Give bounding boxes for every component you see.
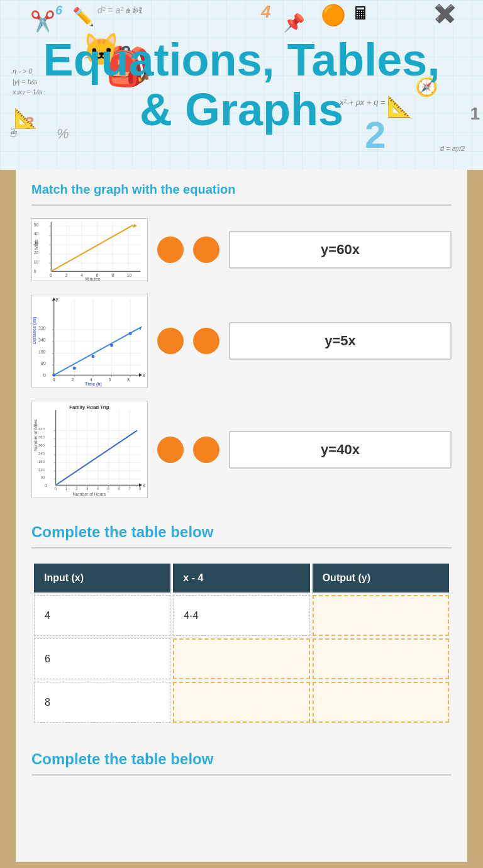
equation-box-1[interactable]: y=60x: [229, 231, 452, 269]
svg-text:40: 40: [34, 231, 39, 236]
svg-text:Number of Miles: Number of Miles: [33, 419, 38, 451]
match-row-1: 0 10 20 30 40 50 0 2 4 6: [31, 218, 452, 281]
td-expr-1: 4-4: [173, 595, 309, 636]
deco-1-right: 1: [470, 104, 480, 124]
deco-cross: ✖️: [434, 3, 456, 24]
deco-a1: a > 1: [126, 6, 143, 15]
svg-text:360: 360: [38, 435, 45, 439]
graph-distance-time: Distance (mi) Time (h) 0 80 160 240 320 …: [31, 294, 148, 388]
graph-svg-2: Distance (mi) Time (h) 0 80 160 240 320 …: [32, 294, 147, 387]
svg-point-65: [91, 355, 94, 358]
svg-text:y: y: [56, 296, 58, 302]
th-input: Input (x): [34, 564, 170, 593]
svg-text:10: 10: [34, 260, 39, 264]
svg-text:4: 4: [90, 377, 92, 382]
svg-text:x: x: [143, 372, 145, 378]
deco-scissors: ✂️: [30, 9, 55, 33]
svg-text:240: 240: [38, 452, 45, 455]
svg-text:240: 240: [38, 338, 46, 342]
svg-text:420: 420: [38, 427, 45, 431]
table-section-title: Complete the table below: [31, 523, 452, 541]
table-row-1: 4 4-4: [34, 595, 449, 636]
svg-text:0: 0: [43, 373, 46, 377]
equation-box-2[interactable]: y=5x: [229, 322, 452, 360]
svg-text:5: 5: [108, 487, 110, 491]
graph-miles-minutes: 0 10 20 30 40 50 0 2 4 6: [31, 218, 148, 281]
svg-text:x: x: [143, 483, 145, 487]
equation-box-3[interactable]: y=40x: [229, 431, 452, 469]
deco-pencil: ✏️: [72, 6, 94, 27]
deco-6: 6: [55, 3, 62, 18]
match-section: Match the graph with the equation 0 10 2…: [31, 182, 452, 498]
match-row-3: Family Road Trip Number of Miles Number …: [31, 401, 452, 498]
svg-text:8: 8: [111, 273, 114, 277]
table-section: Complete the table below Input (x) x - 4…: [31, 523, 452, 725]
td-expr-3[interactable]: [173, 682, 309, 723]
td-expr-2[interactable]: [173, 638, 309, 679]
graph-family-road-trip: Family Road Trip Number of Miles Number …: [31, 401, 148, 498]
svg-text:2: 2: [65, 273, 68, 277]
svg-text:80: 80: [41, 361, 46, 365]
svg-text:180: 180: [38, 460, 45, 464]
deco-calculator: 🖩: [352, 3, 370, 24]
table-section-2: Complete the table below: [31, 750, 452, 776]
orange-circle-eq-3[interactable]: [193, 437, 219, 463]
svg-text:2: 2: [75, 487, 77, 491]
orange-circle-eq-1[interactable]: [193, 236, 219, 263]
svg-text:300: 300: [38, 443, 45, 447]
svg-text:0: 0: [50, 273, 52, 277]
table-section-2-title: Complete the table below: [31, 750, 452, 768]
graph-svg-1: 0 10 20 30 40 50 0 2 4 6: [32, 219, 147, 281]
orange-circle-eq-2[interactable]: [193, 328, 219, 354]
svg-text:Family Road Trip: Family Road Trip: [69, 404, 109, 410]
header-title: Equations, Tables, & Graphs: [31, 35, 453, 135]
svg-text:2: 2: [71, 377, 74, 382]
graph-svg-3: Family Road Trip Number of Miles Number …: [32, 401, 147, 498]
svg-text:0: 0: [53, 377, 55, 382]
svg-point-64: [73, 367, 76, 370]
table-header-row: Input (x) x - 4 Output (y): [34, 564, 449, 593]
svg-line-68: [54, 327, 141, 375]
deco-circle-orange: 🟠: [321, 3, 346, 27]
table-divider-2: [31, 774, 452, 776]
table-row-2: 6: [34, 638, 449, 679]
svg-text:50: 50: [34, 223, 39, 227]
th-expression: x - 4: [173, 564, 309, 593]
table-divider: [31, 547, 452, 548]
svg-text:1: 1: [65, 487, 67, 491]
td-input-2: 6: [34, 638, 170, 679]
svg-text:0: 0: [55, 487, 57, 491]
svg-text:Time (h): Time (h): [85, 382, 102, 387]
svg-text:20: 20: [34, 250, 39, 255]
td-output-3[interactable]: [313, 682, 449, 723]
svg-text:4: 4: [80, 273, 83, 277]
orange-circle-2[interactable]: [157, 328, 184, 354]
svg-text:120: 120: [38, 468, 45, 472]
svg-text:0: 0: [34, 269, 36, 274]
svg-text:10: 10: [127, 273, 132, 277]
svg-text:8: 8: [139, 487, 142, 491]
svg-text:Minutes: Minutes: [85, 277, 101, 281]
svg-text:Miles: Miles: [34, 239, 38, 250]
svg-line-31: [51, 225, 133, 272]
header-banner: d² = a² + b² 6 4 3 % x² + px + q = 0 n -…: [0, 0, 483, 170]
svg-text:0: 0: [45, 484, 47, 487]
match-divider: [31, 204, 452, 206]
main-content: Match the graph with the equation 0 10 2…: [16, 170, 467, 862]
table-row-3: 8: [34, 682, 449, 723]
th-output: Output (y): [313, 564, 449, 593]
table-grid: Input (x) x - 4 Output (y) 4 4-4: [31, 561, 452, 725]
svg-text:8: 8: [127, 377, 130, 382]
svg-text:Number of Hours: Number of Hours: [73, 492, 106, 496]
td-output-2[interactable]: [313, 638, 449, 679]
svg-text:6: 6: [109, 377, 111, 382]
match-section-title: Match the graph with the equation: [31, 182, 452, 197]
svg-text:7: 7: [128, 487, 130, 491]
match-row-2: Distance (mi) Time (h) 0 80 160 240 320 …: [31, 294, 452, 388]
svg-marker-70: [139, 373, 142, 377]
svg-text:4: 4: [97, 487, 99, 491]
td-output-1[interactable]: [313, 595, 449, 636]
orange-circle-1[interactable]: [157, 236, 184, 263]
orange-circle-3[interactable]: [157, 437, 184, 463]
deco-d-eq: d = ay/2: [440, 145, 465, 152]
